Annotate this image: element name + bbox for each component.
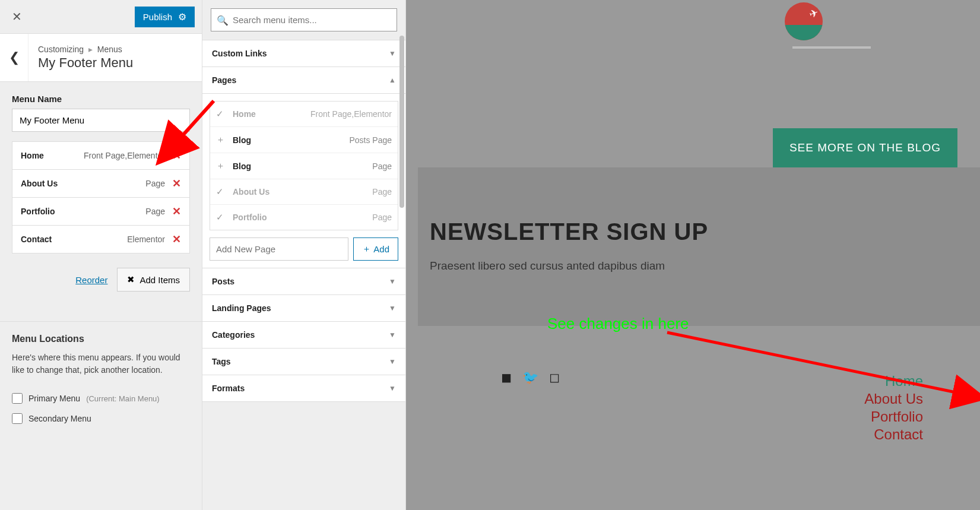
menu-name-input[interactable] — [12, 109, 190, 132]
section-label: Custom Links — [212, 49, 267, 58]
menu-item-meta: Front Page,Elementor — [84, 151, 165, 160]
publish-label: Publish — [143, 12, 172, 22]
page-row[interactable]: ✓ About Us Page — [210, 179, 398, 205]
menu-item-name: Contact — [21, 235, 52, 244]
newsletter-section: NEWSLETTER SIGN UP Praesent libero sed c… — [418, 167, 980, 326]
menu-item[interactable]: Home Front Page,Elementor ✕ — [12, 142, 189, 170]
plus-icon: ＋ — [362, 243, 371, 255]
plane-icon: ✈ — [807, 6, 820, 21]
check-icon: ✓ — [216, 109, 228, 119]
newsletter-subtitle: Praesent libero sed cursus anted dapibus… — [430, 259, 968, 273]
back-icon[interactable]: ❮ — [0, 34, 28, 81]
menu-item-name: Home — [21, 151, 44, 160]
check-icon: ✓ — [216, 212, 228, 223]
chevron-up-icon: ▲ — [389, 76, 396, 84]
section-custom-links[interactable]: Custom Links ▼ — [202, 40, 405, 67]
menu-item[interactable]: About Us Page ✕ — [12, 170, 189, 198]
location-label: Primary Menu — [28, 394, 80, 403]
page-meta: Posts Page — [349, 135, 392, 145]
section-label: Categories — [212, 330, 255, 340]
menu-name-label: Menu Name — [12, 94, 190, 104]
menu-item[interactable]: Contact Elementor ✕ — [12, 226, 189, 253]
breadcrumb-leaf: Menus — [97, 45, 122, 54]
menu-locations: Menu Locations Here's where this menu ap… — [0, 321, 202, 441]
annotation-text: See changes in here — [547, 315, 689, 333]
twitter-icon[interactable]: 🐦 — [522, 370, 538, 385]
publish-button[interactable]: Publish ⚙ — [135, 7, 195, 27]
section-formats[interactable]: Formats ▼ — [202, 375, 405, 402]
location-option[interactable]: Primary Menu (Current: Main Menu) — [12, 388, 190, 408]
menu-item-name: About Us — [21, 179, 58, 188]
chevron-down-icon: ▼ — [389, 384, 396, 392]
plus-icon: ✖ — [127, 274, 135, 285]
logo-underline — [792, 46, 871, 49]
panel-header: ❮ Customizing ▸ Menus My Footer Menu — [0, 34, 202, 82]
chevron-down-icon: ▼ — [389, 277, 396, 286]
remove-icon[interactable]: ✕ — [172, 233, 181, 246]
remove-icon[interactable]: ✕ — [172, 205, 181, 218]
location-label: Secondary Menu — [28, 414, 91, 423]
page-row[interactable]: ✓ Portfolio Page — [210, 205, 398, 230]
search-icon: 🔍 — [217, 14, 229, 26]
footer-link-contact[interactable]: Contact — [864, 426, 923, 444]
locations-title: Menu Locations — [12, 334, 190, 344]
footer-link-about[interactable]: About Us — [864, 390, 923, 408]
see-more-button[interactable]: SEE MORE ON THE BLOG — [773, 128, 957, 167]
remove-icon[interactable]: ✕ — [172, 149, 181, 162]
chevron-down-icon: ▼ — [389, 49, 396, 58]
facebook-icon[interactable]: ◼ — [501, 370, 512, 385]
chevron-down-icon: ▼ — [389, 331, 396, 339]
new-page-input[interactable] — [210, 237, 348, 261]
location-option[interactable]: Secondary Menu — [12, 408, 190, 429]
scrollbar[interactable] — [399, 36, 404, 208]
page-meta: Page — [372, 187, 392, 197]
footer-nav: Home About Us Portfolio Contact — [864, 372, 923, 444]
page-name: Blog — [233, 135, 349, 145]
section-label: Tags — [212, 357, 231, 366]
customizer-panel: ✕ Publish ⚙ ❮ Customizing ▸ Menus My Foo… — [0, 0, 202, 510]
check-icon: ✓ — [216, 186, 228, 197]
section-label: Formats — [212, 384, 245, 393]
location-checkbox[interactable] — [12, 413, 23, 424]
pages-body: ✓ Home Front Page,Elementor ＋ Blog Posts… — [202, 94, 405, 268]
add-label: Add — [373, 244, 389, 254]
add-items-button[interactable]: ✖ Add Items — [117, 268, 190, 292]
section-tags[interactable]: Tags ▼ — [202, 349, 405, 375]
locations-desc: Here's where this menu appears. If you w… — [12, 351, 190, 376]
footer-link-home[interactable]: Home — [864, 372, 923, 390]
page-name: Portfolio — [233, 213, 372, 222]
footer-link-portfolio[interactable]: Portfolio — [864, 408, 923, 426]
close-icon[interactable]: ✕ — [5, 5, 28, 28]
page-meta: Page — [372, 213, 392, 222]
breadcrumb: Customizing ▸ Menus — [38, 45, 133, 54]
site-logo[interactable]: ✈ — [785, 2, 823, 40]
add-page-button[interactable]: ＋ Add — [353, 237, 398, 261]
search-input[interactable] — [211, 8, 397, 31]
remove-icon[interactable]: ✕ — [172, 177, 181, 190]
customizer-topbar: ✕ Publish ⚙ — [0, 0, 202, 34]
plus-icon: ＋ — [216, 134, 228, 145]
page-row[interactable]: ✓ Home Front Page,Elementor — [210, 102, 398, 127]
page-name: About Us — [233, 187, 372, 197]
section-posts[interactable]: Posts ▼ — [202, 268, 405, 295]
location-checkbox[interactable] — [12, 393, 23, 404]
page-row[interactable]: ＋ Blog Posts Page — [210, 127, 398, 153]
instagram-icon[interactable]: ◻ — [549, 370, 560, 385]
location-hint: (Current: Main Menu) — [86, 394, 160, 403]
chevron-down-icon: ▼ — [389, 304, 396, 312]
menu-item-name: Portfolio — [21, 207, 55, 216]
page-meta: Front Page,Elementor — [310, 109, 392, 119]
section-pages[interactable]: Pages ▲ — [202, 67, 405, 94]
menu-item[interactable]: Portfolio Page ✕ — [12, 198, 189, 226]
section-label: Posts — [212, 277, 234, 286]
page-meta: Page — [372, 161, 392, 171]
svg-line-0 — [667, 332, 980, 398]
reorder-link[interactable]: Reorder — [75, 275, 107, 285]
section-landing-pages[interactable]: Landing Pages ▼ — [202, 295, 405, 322]
page-row[interactable]: ＋ Blog Page — [210, 153, 398, 179]
add-items-label: Add Items — [139, 275, 180, 285]
section-label: Pages — [212, 75, 236, 85]
gear-icon: ⚙ — [178, 11, 186, 23]
section-categories[interactable]: Categories ▼ — [202, 322, 405, 349]
chevron-right-icon: ▸ — [88, 45, 93, 54]
